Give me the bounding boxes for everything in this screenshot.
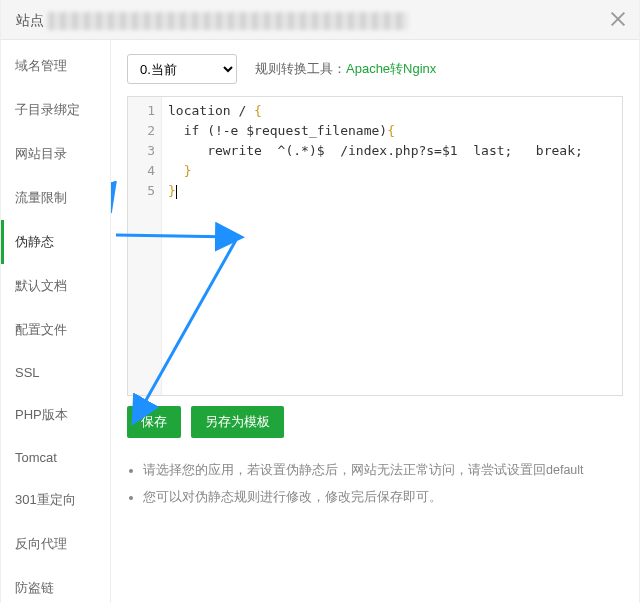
close-icon[interactable] (609, 10, 627, 28)
apache-to-nginx-link[interactable]: Apache转Nginx (346, 61, 436, 76)
header-prefix: 站点 (16, 12, 44, 28)
line-gutter: 12345 (128, 97, 162, 395)
sidebar-item-10[interactable]: 301重定向 (1, 478, 110, 522)
site-config-panel: 站点 域名管理子目录绑定网站目录流量限制伪静态默认文档配置文件SSLPHP版本T… (0, 0, 640, 603)
sidebar-item-0[interactable]: 域名管理 (1, 44, 110, 88)
sidebar-item-5[interactable]: 默认文档 (1, 264, 110, 308)
note-line: 请选择您的应用，若设置伪静态后，网站无法正常访问，请尝试设置回default (143, 462, 623, 479)
header-title-mask (48, 12, 408, 30)
save-button[interactable]: 保存 (127, 406, 181, 438)
sidebar-item-1[interactable]: 子目录绑定 (1, 88, 110, 132)
tool-label: 规则转换工具： (255, 61, 346, 76)
sidebar-item-6[interactable]: 配置文件 (1, 308, 110, 352)
template-select[interactable]: 0.当前 (127, 54, 237, 84)
sidebar-item-3[interactable]: 流量限制 (1, 176, 110, 220)
sidebar: 域名管理子目录绑定网站目录流量限制伪静态默认文档配置文件SSLPHP版本Tomc… (1, 40, 111, 603)
code-area[interactable]: location / { if (!-e $request_filename){… (162, 97, 622, 395)
sidebar-item-11[interactable]: 反向代理 (1, 522, 110, 566)
sidebar-item-12[interactable]: 防盗链 (1, 566, 110, 603)
note-line: 您可以对伪静态规则进行修改，修改完后保存即可。 (143, 489, 623, 506)
sidebar-item-2[interactable]: 网站目录 (1, 132, 110, 176)
sidebar-item-9[interactable]: Tomcat (1, 437, 110, 478)
sidebar-item-4[interactable]: 伪静态 (1, 220, 110, 264)
sidebar-item-8[interactable]: PHP版本 (1, 393, 110, 437)
rewrite-editor[interactable]: 12345 location / { if (!-e $request_file… (127, 96, 623, 396)
sidebar-item-7[interactable]: SSL (1, 352, 110, 393)
save-as-template-button[interactable]: 另存为模板 (191, 406, 284, 438)
panel-header: 站点 (1, 0, 639, 40)
notes: 请选择您的应用，若设置伪静态后，网站无法正常访问，请尝试设置回default 您… (127, 462, 623, 506)
main-content: 0.当前 规则转换工具：Apache转Nginx 12345 location … (111, 40, 639, 603)
